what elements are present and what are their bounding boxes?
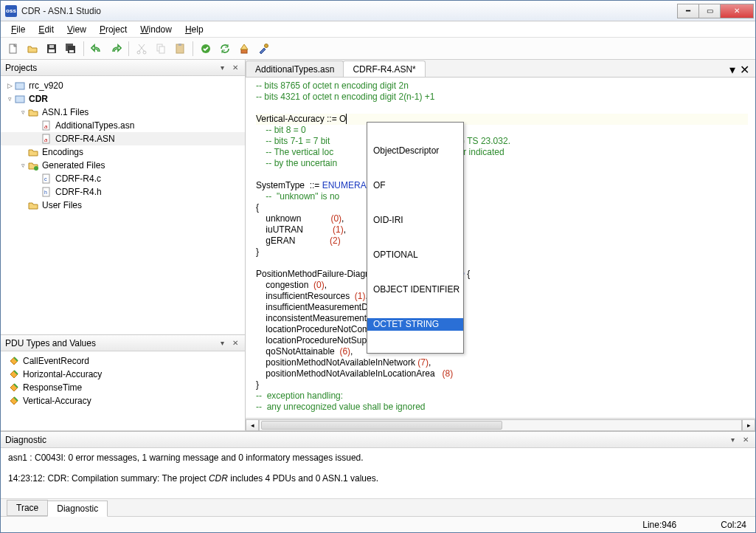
scroll-left-icon[interactable]: ◂ — [246, 419, 259, 431]
menu-window[interactable]: Window — [134, 23, 178, 36]
cut-icon[interactable] — [133, 41, 150, 57]
svg-rect-10 — [159, 47, 164, 53]
panel-close-icon[interactable]: ✕ — [230, 63, 240, 73]
panel-menu-icon[interactable]: ▾ — [727, 435, 738, 445]
tree-project-rrc[interactable]: ▷rrc_v920 — [1, 79, 245, 92]
tree-file-c[interactable]: cCDRF-R4.c — [1, 172, 245, 185]
editor-hscrollbar[interactable]: ◂ ▸ — [246, 418, 755, 431]
close-button[interactable]: ✕ — [720, 4, 754, 18]
maximize-button[interactable]: ▭ — [698, 4, 721, 18]
projects-tree[interactable]: ▷rrc_v920 ▿CDR ▿ASN.1 Files aAdditionalT… — [1, 76, 245, 334]
panel-close-icon[interactable]: ✕ — [230, 338, 240, 348]
pdu-panel: PDU Types and Values ▾ ✕ CallEventRecord… — [1, 335, 245, 431]
editor-close-icon[interactable]: ✕ — [740, 63, 749, 77]
pdu-item[interactable]: CallEventRecord — [1, 354, 245, 368]
scroll-track[interactable] — [259, 419, 742, 431]
tab-trace[interactable]: Trace — [7, 500, 48, 516]
workspace: Projects ▾ ✕ ▷rrc_v920 ▿CDR ▿ASN.1 Files… — [1, 60, 755, 431]
diagnostic-output[interactable]: asn1 : C0043I: 0 error messages, 1 warni… — [1, 448, 755, 498]
status-col-value: 24 — [737, 520, 746, 530]
menu-help[interactable]: Help — [179, 23, 209, 36]
asn-file-icon: a — [41, 133, 52, 145]
status-line-label: Line: — [642, 520, 662, 530]
menu-project[interactable]: Project — [94, 23, 133, 36]
autocomplete-item[interactable]: ObjectDescriptor — [367, 145, 463, 157]
autocomplete-item[interactable]: OPTIONAL — [367, 249, 463, 261]
save-all-icon[interactable] — [63, 41, 79, 57]
menu-edit[interactable]: Edit — [32, 23, 60, 36]
tab-additionaltypes[interactable]: AdditionalTypes.asn — [246, 61, 344, 77]
tree-file-h[interactable]: hCDRF-R4.h — [1, 185, 245, 199]
editor-tabstrip: AdditionalTypes.asn CDRF-R4.ASN* ▾ ✕ — [246, 60, 755, 78]
svg-text:a: a — [44, 123, 48, 130]
scroll-right-icon[interactable]: ▸ — [742, 419, 755, 431]
svg-rect-16 — [15, 83, 24, 89]
h-file-icon: h — [41, 186, 52, 198]
undo-icon[interactable] — [89, 41, 105, 57]
tab-diagnostic[interactable]: Diagnostic — [47, 501, 108, 517]
autocomplete-item[interactable]: OBJECT IDENTIFIER — [367, 283, 463, 296]
left-column: Projects ▾ ✕ ▷rrc_v920 ▿CDR ▿ASN.1 Files… — [1, 60, 246, 431]
minimize-button[interactable]: ━ — [677, 4, 699, 18]
bottom-tabstrip: Trace Diagnostic — [1, 498, 755, 516]
asn-file-icon: a — [41, 120, 52, 131]
pdu-item[interactable]: Vertical-Accuracy — [1, 394, 245, 408]
paste-icon[interactable] — [172, 41, 188, 57]
copy-icon[interactable] — [153, 41, 169, 57]
tools-icon[interactable] — [255, 41, 271, 57]
diagnostic-panel-header: Diagnostic ▾ ✕ — [1, 432, 755, 448]
svg-text:h: h — [44, 190, 47, 195]
tree-project-cdr[interactable]: ▿CDR — [1, 92, 245, 106]
c-file-icon: c — [41, 173, 52, 185]
redo-icon[interactable] — [108, 41, 124, 57]
tree-folder-asn1[interactable]: ▿ASN.1 Files — [1, 106, 245, 119]
autocomplete-item-selected[interactable]: OCTET STRING — [367, 318, 463, 331]
editor-menu-icon[interactable]: ▾ — [729, 63, 735, 77]
pdu-list[interactable]: CallEventRecord Horizontal-Accuracy Resp… — [1, 351, 245, 430]
title-bar: oss CDR - ASN.1 Studio ━ ▭ ✕ — [1, 1, 755, 21]
panel-close-icon[interactable]: ✕ — [741, 435, 751, 445]
editor-area: AdditionalTypes.asn CDRF-R4.ASN* ▾ ✕ -- … — [246, 60, 755, 431]
tree-folder-generated[interactable]: ▿Generated Files — [1, 159, 245, 172]
open-folder-icon[interactable] — [24, 41, 41, 57]
svg-rect-14 — [241, 49, 247, 53]
tree-file-cdrf[interactable]: aCDRF-R4.ASN — [1, 132, 245, 145]
tree-file-additional[interactable]: aAdditionalTypes.asn — [1, 119, 245, 132]
new-file-icon[interactable] — [5, 41, 21, 57]
pdu-panel-title: PDU Types and Values — [5, 338, 96, 348]
projects-panel-title: Projects — [5, 63, 37, 73]
autocomplete-item[interactable]: OF — [367, 179, 463, 192]
refresh-icon[interactable] — [217, 41, 233, 57]
tree-folder-encodings[interactable]: Encodings — [1, 145, 245, 159]
tab-cdrf[interactable]: CDRF-R4.ASN* — [343, 61, 425, 77]
window-title: CDR - ASN.1 Studio — [21, 6, 678, 16]
pdu-icon — [8, 382, 20, 393]
panel-menu-icon[interactable]: ▾ — [217, 63, 227, 73]
pdu-icon — [8, 395, 20, 407]
projects-panel-header: Projects ▾ ✕ — [1, 60, 245, 76]
autocomplete-item[interactable]: OID-IRI — [367, 214, 463, 227]
panel-menu-icon[interactable]: ▾ — [217, 338, 227, 348]
status-line-value: 946 — [662, 520, 676, 530]
save-icon[interactable] — [44, 41, 60, 57]
diagnostic-panel-title: Diagnostic — [5, 435, 46, 445]
svg-point-15 — [265, 44, 268, 47]
pdu-panel-header: PDU Types and Values ▾ ✕ — [1, 335, 245, 351]
diagnostic-line: asn1 : C0043I: 0 error messages, 1 warni… — [8, 453, 748, 463]
validate-icon[interactable] — [198, 41, 214, 57]
pdu-icon — [8, 368, 20, 380]
build-icon[interactable] — [236, 41, 252, 57]
app-window: oss CDR - ASN.1 Studio ━ ▭ ✕ File Edit V… — [0, 0, 756, 533]
menu-bar: File Edit View Project Window Help — [1, 21, 755, 38]
diagnostic-panel: Diagnostic ▾ ✕ asn1 : C0043I: 0 error me… — [1, 431, 755, 516]
code-editor[interactable]: -- bits 8765 of octet n encoding digit 2… — [246, 78, 755, 418]
svg-point-22 — [34, 166, 38, 171]
pdu-item[interactable]: ResponseTime — [1, 381, 245, 394]
tree-folder-user[interactable]: User Files — [1, 199, 245, 212]
scroll-thumb[interactable] — [261, 421, 502, 430]
menu-file[interactable]: File — [5, 23, 31, 36]
pdu-item[interactable]: Horizontal-Accuracy — [1, 368, 245, 381]
menu-view[interactable]: View — [61, 23, 92, 36]
svg-text:c: c — [44, 176, 47, 182]
autocomplete-popup[interactable]: ObjectDescriptor OF OID-IRI OPTIONAL OBJ… — [367, 122, 464, 354]
